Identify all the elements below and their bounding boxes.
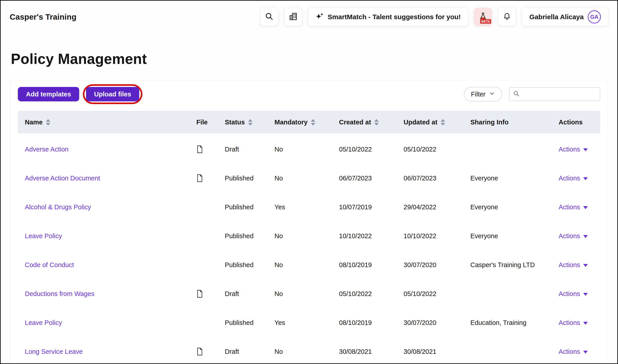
updated-at-cell: 06/07/2023 (404, 175, 470, 182)
sort-up-arrow (311, 119, 315, 122)
created-at-cell: 06/07/2023 (339, 175, 404, 182)
row-actions-button[interactable]: Actions (559, 348, 588, 355)
policy-name-link[interactable]: Long Service Leave (25, 348, 83, 355)
mandatory-cell: No (274, 261, 339, 269)
updated-at-cell: 30/07/2020 (404, 319, 470, 326)
updated-at-cell: 30/07/2020 (404, 261, 470, 269)
row-actions-button[interactable]: Actions (559, 203, 588, 211)
user-menu-button[interactable]: Gabriella Alicaya GA (522, 8, 608, 26)
add-templates-button[interactable]: Add templates (18, 87, 79, 101)
caret-down-icon (583, 148, 588, 151)
column-label: Mandatory (274, 118, 308, 126)
actions-label: Actions (559, 261, 580, 269)
sort-up-arrow (441, 119, 445, 122)
topbar: Casper's Training (1, 1, 617, 33)
policy-name-link[interactable]: Deductions from Wages (25, 290, 94, 298)
mandatory-cell: Yes (274, 319, 339, 326)
policy-name-link[interactable]: Alcohol & Drugs Policy (25, 203, 91, 211)
actions-label: Actions (559, 175, 580, 182)
column-header: Mandatory (274, 118, 339, 126)
row-actions-button[interactable]: Actions (559, 175, 588, 182)
actions-label: Actions (559, 232, 580, 240)
table-body: Adverse Action Draft No 05/10/2022 05/10… (18, 133, 600, 364)
actions-label: Actions (559, 290, 580, 298)
status-cell: Draft (225, 348, 274, 355)
table-row: Alcohol & Drugs Policy Published Yes 10/… (18, 193, 600, 221)
status-cell: Published (225, 175, 274, 182)
row-actions-button[interactable]: Actions (559, 146, 588, 153)
actions-label: Actions (559, 319, 580, 326)
avatar: GA (588, 10, 601, 24)
table-row: Leave Policy Published No 10/10/2022 10/… (18, 221, 600, 250)
org-switcher-button[interactable] (284, 8, 302, 26)
mandatory-cell: No (274, 175, 339, 182)
sharing-info-cell: Casper's Training LTD (470, 261, 559, 269)
policy-name-link[interactable]: Adverse Action (25, 146, 68, 153)
column-label: Actions (559, 118, 583, 126)
sort-up-arrow (46, 119, 50, 122)
file-icon (196, 145, 203, 153)
search-button[interactable] (260, 8, 278, 26)
mandatory-cell: No (274, 290, 339, 298)
caret-down-icon (583, 351, 588, 354)
column-label: Sharing Info (470, 118, 509, 126)
mandatory-cell: Yes (274, 203, 339, 211)
status-cell: Published (225, 261, 274, 269)
column-label: Status (225, 118, 245, 126)
table-row: Deductions from Wages Draft No 05/10/202… (18, 279, 600, 308)
caret-down-icon (583, 322, 588, 325)
column-header: Created at (339, 118, 404, 126)
filter-button[interactable]: Filter (464, 87, 502, 101)
caret-down-icon (583, 206, 588, 209)
row-actions-button[interactable]: Actions (559, 319, 588, 326)
created-at-cell: 30/08/2021 (339, 348, 404, 355)
policy-name-link[interactable]: Adverse Action Document (25, 175, 100, 182)
notifications-button[interactable] (498, 8, 516, 26)
policy-name-link[interactable]: Code of Conduct (25, 261, 74, 269)
row-actions-button[interactable]: Actions (559, 290, 588, 298)
beta-badge: BETA (480, 19, 491, 24)
sort-icon[interactable] (374, 119, 379, 126)
file-icon (196, 290, 203, 298)
caret-down-icon (583, 235, 588, 238)
upload-files-button[interactable]: Upload files (86, 87, 139, 101)
sort-icon[interactable] (46, 119, 50, 126)
column-header: Updated at (404, 118, 470, 126)
sharing-info-cell: Everyone (470, 175, 559, 182)
sort-down-arrow (46, 123, 50, 126)
caret-down-icon (583, 177, 588, 180)
table-row: Leave Policy Published Yes 08/10/2019 30… (18, 308, 600, 337)
created-at-cell: 05/10/2022 (339, 290, 404, 298)
smartmatch-label: SmartMatch - Talent suggestions for you! (328, 13, 461, 21)
row-actions-button[interactable]: Actions (559, 261, 588, 269)
table-row: Long Service Leave Draft No 30/08/2021 3… (18, 337, 600, 364)
search-icon (513, 90, 520, 98)
column-label: Name (25, 118, 43, 126)
app-window: Casper's Training (0, 0, 618, 364)
row-actions-button[interactable]: Actions (559, 232, 588, 240)
sort-down-arrow (248, 123, 253, 126)
column-label: Updated at (404, 118, 438, 126)
sort-icon[interactable] (311, 119, 315, 126)
created-at-cell: 08/10/2019 (339, 319, 404, 326)
table-search (509, 87, 600, 101)
status-cell: Published (225, 203, 274, 211)
sort-down-arrow (441, 123, 445, 126)
sort-icon[interactable] (248, 119, 253, 126)
toolbar-left: Add templates Upload files (18, 87, 139, 101)
created-at-cell: 08/10/2019 (339, 261, 404, 269)
table-search-input[interactable] (523, 90, 596, 98)
updated-at-cell: 30/08/2021 (404, 348, 470, 355)
topbar-actions: SmartMatch - Talent suggestions for you!… (260, 8, 608, 26)
sort-down-arrow (374, 123, 379, 126)
building-icon (289, 12, 298, 22)
filter-label: Filter (471, 91, 486, 98)
beta-labs-button[interactable]: BETA (474, 8, 492, 26)
sort-icon[interactable] (441, 119, 445, 126)
smartmatch-button[interactable]: SmartMatch - Talent suggestions for you! (308, 8, 468, 26)
policy-name-link[interactable]: Leave Policy (25, 319, 62, 326)
column-header: Name (18, 118, 196, 126)
status-cell: Draft (225, 146, 274, 153)
bell-icon (503, 12, 511, 21)
policy-name-link[interactable]: Leave Policy (25, 232, 62, 240)
